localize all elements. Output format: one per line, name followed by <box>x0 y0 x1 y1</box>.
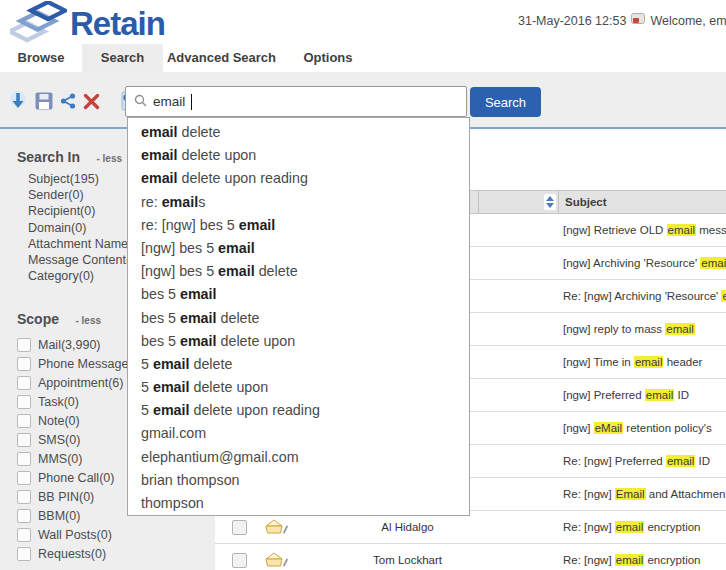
sort-arrows-icon[interactable] <box>544 194 556 210</box>
scope-label[interactable]: SMS(0) <box>38 433 80 447</box>
column-divider <box>478 191 479 213</box>
top-bar: Retain 31-May-2016 12:53 Welcome, emailu <box>0 0 726 44</box>
scope-checkbox[interactable] <box>17 490 31 504</box>
scope-checkbox[interactable] <box>17 528 31 542</box>
search-button[interactable]: Search <box>470 87 541 117</box>
highlighted-term: email <box>634 356 663 368</box>
scope-item: Requests(0) <box>17 544 215 563</box>
row-subject[interactable]: Re: [ngw] Email and Attachments <box>563 478 726 510</box>
table-row[interactable]: Tom Lockhart Re: [ngw] email encryption <box>215 544 726 570</box>
subject-column-header[interactable]: Subject <box>565 191 607 213</box>
scope-checkbox[interactable] <box>17 338 31 352</box>
row-checkbox[interactable] <box>232 520 247 535</box>
highlighted-term: email <box>615 521 644 533</box>
row-subject[interactable]: Re: [ngw] email encryption <box>563 544 701 570</box>
highlighted-term: email <box>667 224 696 236</box>
scope-label[interactable]: Requests(0) <box>38 547 106 561</box>
scope-label[interactable]: Task(0) <box>38 395 79 409</box>
delete-icon[interactable] <box>83 93 100 110</box>
row-subject[interactable]: [ngw] Retrieve OLD email message <box>563 214 726 246</box>
suggestion-item[interactable]: gmail.com <box>128 422 469 445</box>
row-subject[interactable]: [ngw] Time in email header <box>563 346 702 378</box>
scope-label[interactable]: Note(0) <box>38 414 80 428</box>
suggestion-item[interactable]: bes 5 email delete upon <box>128 330 469 353</box>
scope-label[interactable]: Phone Message( <box>38 357 133 371</box>
suggestion-item[interactable]: [ngw] bes 5 email <box>128 237 469 260</box>
scope-label[interactable]: Wall Posts(0) <box>38 528 112 542</box>
suggestion-item[interactable]: bes 5 email delete <box>128 307 469 330</box>
row-sender: Tom Lockhart <box>300 544 515 570</box>
highlighted-term: email <box>700 257 726 269</box>
retain-app: Retain 31-May-2016 12:53 Welcome, emailu… <box>0 0 726 570</box>
scope-label[interactable]: MMS(0) <box>38 452 82 466</box>
row-subject[interactable]: [ngw] Preferred email ID <box>563 379 689 411</box>
search-in-collapse-link[interactable]: - less <box>96 153 122 164</box>
scope-checkbox[interactable] <box>17 357 31 371</box>
highlighted-term: email <box>721 290 726 302</box>
suggestion-item[interactable]: email delete upon reading <box>128 167 469 190</box>
suggestion-item[interactable]: bes 5 email <box>128 283 469 306</box>
tab-search[interactable]: Search <box>82 44 163 72</box>
row-checkbox[interactable] <box>232 553 247 568</box>
highlighted-term: email <box>615 554 644 566</box>
welcome-text[interactable]: Welcome, emailu <box>650 14 726 28</box>
scope-label[interactable]: Mail(3,990) <box>38 338 101 352</box>
tab-bar: Browse Search Advanced Search Options <box>0 44 726 72</box>
scope-checkbox[interactable] <box>17 433 31 447</box>
tab-advanced-search[interactable]: Advanced Search <box>163 44 280 72</box>
user-icon <box>631 13 645 28</box>
suggestion-item[interactable]: 5 email delete upon <box>128 376 469 399</box>
open-envelope-icon[interactable] <box>263 518 289 539</box>
row-subject[interactable]: [ngw] reply to mass email <box>563 313 695 345</box>
logo-text: Retain <box>70 5 165 43</box>
highlighted-term: email <box>645 389 674 401</box>
scope-checkbox[interactable] <box>17 547 31 561</box>
row-subject[interactable]: Re: [ngw] Preferred email ID <box>563 445 710 477</box>
open-envelope-icon[interactable] <box>263 551 289 570</box>
share-icon[interactable] <box>60 93 76 109</box>
suggestion-item[interactable]: re: emails <box>128 191 469 214</box>
suggestion-item[interactable]: thompson <box>128 492 469 515</box>
suggestions-dropdown: email delete email delete upon email del… <box>127 117 470 516</box>
scope-checkbox[interactable] <box>17 395 31 409</box>
save-icon[interactable] <box>35 92 53 110</box>
row-subject[interactable]: [ngw] eMail retention policy's <box>563 412 712 444</box>
scope-checkbox[interactable] <box>17 471 31 485</box>
scope-title: Scope <box>17 311 59 327</box>
suggestion-item[interactable]: [ngw] bes 5 email delete <box>128 260 469 283</box>
retain-logo-icon <box>10 1 67 47</box>
highlighted-term: email <box>666 455 695 467</box>
scope-item: Wall Posts(0) <box>17 525 215 544</box>
highlighted-term: eMail <box>594 422 623 434</box>
row-subject[interactable]: Re: [ngw] email encryption <box>563 511 701 543</box>
row-subject[interactable]: [ngw] Archiving 'Resource' email <box>563 247 726 279</box>
scope-label[interactable]: BB PIN(0) <box>38 490 94 504</box>
tab-options[interactable]: Options <box>280 44 376 72</box>
suggestion-item[interactable]: email delete <box>128 121 469 144</box>
search-query-text: email <box>153 94 185 109</box>
suggestion-item[interactable]: brian thompson <box>128 469 469 492</box>
search-input[interactable]: email <box>125 86 467 117</box>
text-cursor <box>191 94 192 110</box>
column-divider <box>558 191 559 213</box>
scope-label[interactable]: BBM(0) <box>38 509 80 523</box>
scope-collapse-link[interactable]: - less <box>75 315 101 326</box>
suggestion-item[interactable]: 5 email delete <box>128 353 469 376</box>
scope-checkbox[interactable] <box>17 452 31 466</box>
highlighted-term: email <box>665 323 694 335</box>
suggestion-item[interactable]: re: [ngw] bes 5 email <box>128 214 469 237</box>
suggestion-item[interactable]: email delete upon <box>128 144 469 167</box>
tab-browse[interactable]: Browse <box>0 44 82 72</box>
retain-logo[interactable]: Retain <box>10 1 165 47</box>
row-subject[interactable]: Re: [ngw] Archiving 'Resource' email <box>563 280 726 312</box>
download-icon[interactable] <box>8 91 28 111</box>
search-in-title: Search In <box>17 149 80 165</box>
scope-checkbox[interactable] <box>17 376 31 390</box>
suggestion-item[interactable]: elephantium@gmail.com <box>128 446 469 469</box>
scope-label[interactable]: Phone Call(0) <box>38 471 114 485</box>
suggestion-item[interactable]: 5 email delete upon reading <box>128 399 469 422</box>
scope-label[interactable]: Appointment(6) <box>38 376 123 390</box>
scope-checkbox[interactable] <box>17 509 31 523</box>
scope-checkbox[interactable] <box>17 414 31 428</box>
highlighted-term: Email <box>615 488 646 500</box>
